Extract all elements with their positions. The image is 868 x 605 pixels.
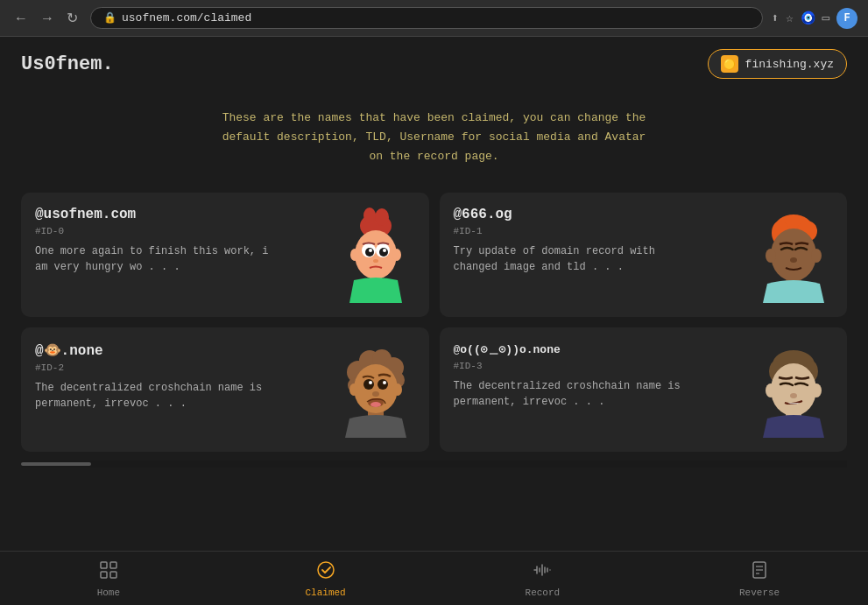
brand-label: finishing.xyz [745, 58, 834, 71]
cards-grid: @usofnem.com #ID-0 One more again to fin… [0, 184, 868, 461]
svg-point-2 [363, 208, 376, 223]
nav-reverse-label: Reverse [739, 587, 780, 598]
card-2-desc: The decentralized croshchain name isperm… [35, 380, 328, 412]
svg-point-9 [369, 249, 372, 252]
bookmark-icon[interactable]: ☆ [786, 11, 793, 25]
record-waveform-icon [533, 560, 552, 584]
browser-chrome: ← → ↻ 🔒 usofnem.com/claimed ⬆ ☆ 🧿 ▭ F [0, 0, 868, 37]
card-3-name: @o((⊙＿⊙))o.none [454, 341, 746, 357]
nav-item-home[interactable]: Home [0, 552, 217, 605]
svg-point-35 [383, 381, 386, 384]
card-1-content: @666.og #ID-1 Try update of domain recor… [454, 207, 755, 275]
nav-item-record[interactable]: Record [434, 552, 652, 605]
share-icon[interactable]: ⬆ [772, 11, 779, 25]
svg-point-31 [393, 383, 402, 396]
card-0[interactable]: @usofnem.com #ID-0 One more again to fin… [21, 193, 429, 317]
svg-point-30 [349, 383, 358, 396]
svg-point-38 [370, 402, 381, 407]
svg-point-43 [771, 363, 816, 416]
card-0-content: @usofnem.com #ID-0 One more again to fin… [35, 207, 336, 275]
card-2-avatar [336, 341, 415, 438]
svg-point-10 [383, 249, 386, 252]
svg-rect-47 [101, 562, 107, 568]
card-2[interactable]: @🐵.none #ID-2 The decentralized croshcha… [21, 327, 429, 452]
svg-rect-49 [101, 572, 107, 578]
reverse-doc-icon [750, 560, 769, 584]
card-0-id: #ID-0 [35, 226, 328, 236]
browser-nav-buttons: ← → ↻ [11, 8, 81, 28]
claimed-check-icon [316, 560, 335, 584]
svg-point-1 [375, 208, 389, 226]
card-1-desc: Try update of domain record withchanged … [454, 243, 746, 275]
home-grid-icon [99, 560, 118, 584]
card-2-id: #ID-2 [35, 362, 328, 373]
scrollbar-thumb[interactable] [21, 462, 91, 466]
svg-point-51 [318, 562, 334, 578]
lock-icon: 🔒 [103, 11, 116, 25]
svg-point-12 [350, 249, 359, 261]
brand-button[interactable]: 🟡 finishing.xyz [708, 49, 847, 79]
scrollbar-area [21, 461, 847, 468]
browser-profile-avatar[interactable]: F [836, 8, 857, 29]
card-1[interactable]: @666.og #ID-1 Try update of domain recor… [440, 193, 848, 317]
svg-point-36 [372, 391, 379, 397]
card-3[interactable]: @o((⊙＿⊙))o.none #ID-3 The decentralized … [440, 327, 848, 452]
nav-item-claimed[interactable]: Claimed [217, 552, 434, 605]
svg-point-18 [771, 229, 816, 281]
back-button[interactable]: ← [11, 9, 32, 28]
nav-claimed-label: Claimed [306, 587, 346, 598]
svg-rect-48 [110, 562, 116, 568]
nav-item-reverse[interactable]: Reverse [651, 552, 868, 605]
fullscreen-icon[interactable]: ▭ [822, 11, 829, 25]
svg-point-13 [392, 249, 401, 261]
card-3-content: @o((⊙＿⊙))o.none #ID-3 The decentralized … [454, 341, 755, 410]
bottom-nav: Home Claimed Record [0, 551, 868, 605]
svg-point-20 [811, 249, 822, 263]
nav-home-label: Home [97, 587, 120, 598]
card-0-avatar [336, 207, 415, 303]
hero-text: These are the names that have been claim… [175, 109, 693, 166]
url-text: usofnem.com/claimed [122, 11, 251, 25]
card-2-content: @🐵.none #ID-2 The decentralized croshcha… [35, 341, 336, 412]
card-0-name: @usofnem.com [35, 207, 328, 222]
nav-record-label: Record [526, 587, 561, 598]
svg-point-19 [766, 249, 776, 263]
svg-point-32 [363, 379, 374, 390]
card-0-desc: One more again to finish this work, iam … [35, 243, 328, 275]
brand-icon: 🟡 [721, 55, 738, 73]
card-3-desc: The decentralized croshchain name isperm… [454, 378, 746, 410]
card-3-avatar [754, 341, 833, 438]
forward-button[interactable]: → [37, 9, 58, 28]
browser-actions: ⬆ ☆ 🧿 ▭ F [772, 8, 857, 29]
extensions-icon[interactable]: 🧿 [801, 11, 815, 25]
card-2-name: @🐵.none [35, 341, 328, 359]
svg-point-21 [790, 257, 797, 263]
address-bar[interactable]: 🔒 usofnem.com/claimed [90, 7, 763, 29]
svg-point-34 [369, 381, 372, 384]
svg-point-46 [790, 393, 797, 398]
svg-point-4 [355, 230, 397, 279]
card-1-avatar [754, 207, 833, 303]
svg-point-44 [766, 383, 776, 397]
refresh-button[interactable]: ↻ [63, 8, 81, 28]
card-1-name: @666.og [454, 207, 746, 222]
app-container: Us0fnem. 🟡 finishing.xyz These are the n… [0, 37, 868, 605]
hero-section: These are the names that have been claim… [0, 91, 868, 184]
app-logo: Us0fnem. [21, 53, 114, 75]
svg-rect-50 [110, 572, 116, 578]
app-header: Us0fnem. 🟡 finishing.xyz [0, 37, 868, 91]
svg-point-11 [373, 259, 378, 263]
svg-point-33 [378, 379, 388, 390]
svg-point-45 [811, 383, 822, 397]
card-1-id: #ID-1 [454, 226, 746, 236]
card-3-id: #ID-3 [454, 361, 746, 371]
